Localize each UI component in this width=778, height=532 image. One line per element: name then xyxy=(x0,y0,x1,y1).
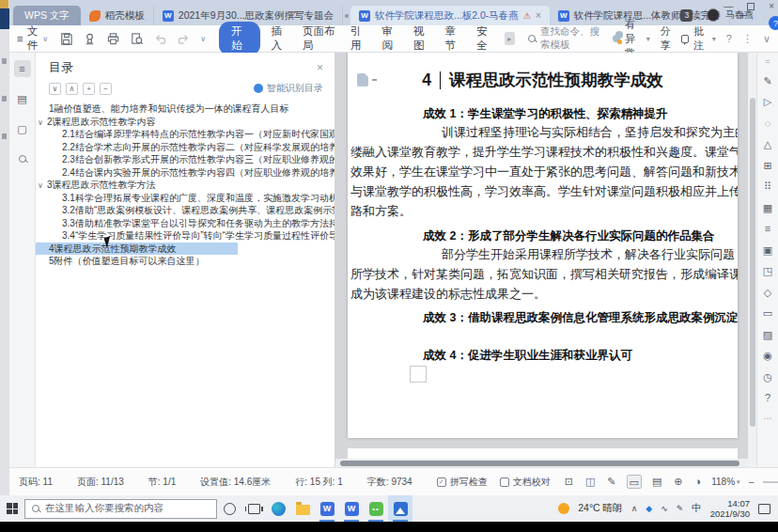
proofread-toggle[interactable]: 文档校对 xyxy=(500,476,551,489)
find-command-input[interactable]: 查找命令、搜索模板 xyxy=(528,25,605,52)
image-tool-icon[interactable]: ▨ xyxy=(763,329,772,341)
seal-tool-icon[interactable]: △ xyxy=(764,138,771,150)
fullscreen-view-icon[interactable]: ⊡ xyxy=(563,475,575,489)
zoom-in-toc-button[interactable]: + xyxy=(83,83,95,95)
adjust-tool-icon[interactable]: ≡ xyxy=(765,223,770,235)
toc-panel-icon[interactable]: ≡ xyxy=(14,60,31,77)
close-window-button[interactable]: × xyxy=(769,1,774,11)
weather-sun-icon[interactable] xyxy=(558,503,569,514)
toc-item[interactable]: 2.2结合学术志向开展的示范性教学内容二（对应科学发展观的培养目标） xyxy=(36,141,335,154)
toc-item[interactable]: ∨3课程思政示范性教学方法 xyxy=(36,179,335,192)
document-page[interactable]: 4 课程思政示范性预期教学成效 成效 1：学生课堂学习的积极性、探索精神提升 训… xyxy=(348,53,738,438)
pen-tray-icon[interactable]: ✎ xyxy=(677,504,684,513)
toc-item[interactable]: ∨2课程思政示范性教学内容 xyxy=(36,116,335,129)
collapse-arrow-icon[interactable]: ∨ xyxy=(38,180,47,192)
network-tray-icon[interactable]: ∿ xyxy=(661,504,668,513)
hidden-icons-chevron[interactable]: ∧ xyxy=(631,504,638,513)
close-toc-icon[interactable]: × xyxy=(317,61,323,74)
tab-document-2-active[interactable]: W 软件学院课程思政...板2.0-马春燕 ⚠ × xyxy=(350,6,550,25)
flowchart-tool-icon[interactable]: ◇ xyxy=(764,287,771,299)
toc-item[interactable]: 3.1科学合理拓展专业课程的广度、深度和温度，实施激发学习动机的教学方法 xyxy=(36,192,335,205)
textbox-tool-icon[interactable]: ▭ xyxy=(763,307,772,320)
select-tool-icon[interactable]: ▷ xyxy=(764,96,771,108)
outline-panel-icon[interactable]: ▤ xyxy=(14,90,31,107)
toc-item[interactable]: 3.2借助“思政案例模板设计、课程思政案例共享、课程思政案例示范”理念，自... xyxy=(36,204,335,217)
cloud-drive-tray-icon[interactable]: ◆ xyxy=(646,504,652,513)
strip-more[interactable]: ⋯ xyxy=(764,414,772,423)
help-tool-icon[interactable]: ? xyxy=(765,392,770,404)
weather-widget[interactable]: 24°C 晴朗 xyxy=(578,502,622,515)
pen-tool-icon[interactable]: ✎ xyxy=(763,75,771,87)
page-anchor-icon[interactable] xyxy=(357,73,368,86)
toc-item-selected[interactable]: 4课程思政示范性预期教学成效 xyxy=(36,243,238,256)
toc-item[interactable]: 3.4“学生学习质量结果性评价导向”转向“学生学习质量过程性评价导向”的教... xyxy=(36,229,335,243)
bookmark-panel-icon[interactable]: ▢ xyxy=(14,120,31,137)
zoom-out-toc-button[interactable]: − xyxy=(100,83,112,95)
ribbon-tab-references[interactable]: 引用 xyxy=(347,24,371,53)
web-view-icon[interactable]: ⊕ xyxy=(672,475,684,489)
wps-office-button[interactable]: W xyxy=(315,495,339,522)
history-tool-icon[interactable]: ◷ xyxy=(763,371,772,383)
collapse-arrow-icon[interactable]: ∨ xyxy=(38,117,47,129)
spellcheck-toggle[interactable]: ✓ 拼写检查 xyxy=(437,476,488,489)
ribbon-tab-home-active[interactable]: 开始 xyxy=(219,22,260,55)
outline-view-icon[interactable]: ▤ xyxy=(650,475,663,489)
chart-tool-icon[interactable]: ▦ xyxy=(763,202,772,214)
ribbon-tab-security[interactable]: 安全 xyxy=(473,24,497,53)
close-tab-icon[interactable]: × xyxy=(536,10,541,21)
taskbar-search-input[interactable]: 在这里输入你要搜索的内容 xyxy=(24,499,217,519)
print-preview-button[interactable] xyxy=(130,32,144,46)
export-tool-icon[interactable]: ◳ xyxy=(763,265,772,277)
zoom-level[interactable]: 118% ▾ xyxy=(711,477,739,487)
file-menu[interactable]: ≡ 文件 ∨ xyxy=(17,24,48,53)
screenshot-tool-icon[interactable]: ▣ xyxy=(763,244,772,257)
horizontal-scrollbar-thumb[interactable] xyxy=(340,461,739,466)
stamp-button[interactable] xyxy=(83,32,97,46)
vertical-scrollbar-thumb[interactable] xyxy=(750,98,755,427)
toc-item[interactable]: 1融价值塑造、能力培养和知识传授为一体的课程育人目标 xyxy=(36,102,335,116)
toc-item[interactable]: 2.3结合创新教学形式开展的示范性教学内容三（对应职业修养观的培养目标——... xyxy=(36,153,335,166)
file-explorer-button[interactable] xyxy=(290,495,315,522)
save-button[interactable] xyxy=(59,32,73,46)
comment-button[interactable]: 批注 ▾ xyxy=(681,24,716,53)
toc-item[interactable]: 2.4结合课内实验开展的示范性教学内容四（对应职业修养观的培养目标——解决... xyxy=(36,166,335,180)
document-area[interactable]: 4 课程思政示范性预期教学成效 成效 1：学生课堂学习的积极性、探索精神提升 训… xyxy=(335,53,748,467)
download-tool-icon[interactable]: ◉ xyxy=(763,350,772,362)
zoom-out-button[interactable]: − xyxy=(749,477,755,488)
meeting-app-button[interactable] xyxy=(388,495,412,522)
word-count[interactable]: 字数: 9734 xyxy=(367,476,412,489)
lasso-tool-icon[interactable]: ◌ xyxy=(765,117,771,130)
customize-toolbar-icon[interactable]: ∨ xyxy=(200,35,206,43)
task-view-button[interactable] xyxy=(241,495,266,522)
floating-help-bubble[interactable]: ? xyxy=(769,16,778,30)
wps-app-tab[interactable]: WPS 文字 xyxy=(13,6,81,25)
clock[interactable]: 14:07 2021/9/30 xyxy=(710,498,750,519)
ribbon-tab-page-layout[interactable]: 页面布局 xyxy=(299,24,339,53)
edge-button[interactable] xyxy=(266,495,290,522)
column-view-icon[interactable]: ◫ xyxy=(584,475,597,489)
ribbon-tab-section[interactable]: 章节 xyxy=(442,24,466,53)
page-view-icon[interactable]: ▭ xyxy=(627,475,642,489)
smart-toc-button[interactable]: 智能识别目录 xyxy=(254,82,323,95)
share-button[interactable]: 分享 xyxy=(661,24,671,53)
redo-button[interactable] xyxy=(177,32,191,46)
expand-all-button[interactable]: ∨ xyxy=(49,83,61,95)
tab-docer-templates[interactable]: 稻壳模板 xyxy=(81,6,154,25)
components-tool-icon[interactable]: ⠿ xyxy=(764,180,771,193)
ink-view-icon[interactable]: ✎ xyxy=(605,475,617,489)
toc-item[interactable]: 2.1结合编译原理学科特点的示范性教学内容一（对应新时代家国观的培养目标） xyxy=(36,128,335,141)
vertical-scrollbar[interactable] xyxy=(748,53,756,467)
ime-indicator[interactable]: 中 xyxy=(692,502,702,515)
collapse-ribbon-icon[interactable]: ∨ xyxy=(763,33,770,45)
find-panel-icon[interactable] xyxy=(14,150,31,167)
undo-button[interactable] xyxy=(153,32,167,46)
help-button[interactable]: ? xyxy=(726,33,732,44)
eye-protect-icon[interactable]: ◑ xyxy=(693,475,704,489)
ribbon-more-button[interactable]: ▸ xyxy=(505,32,515,45)
ribbon-tab-review[interactable]: 审阅 xyxy=(379,24,403,53)
kebab-menu-icon[interactable]: ⋮ xyxy=(742,33,753,45)
ribbon-tab-view[interactable]: 视图 xyxy=(410,24,434,53)
table-tool-icon[interactable]: ⊞ xyxy=(763,160,771,172)
cortana-button[interactable] xyxy=(217,495,241,522)
start-button[interactable] xyxy=(0,495,24,522)
